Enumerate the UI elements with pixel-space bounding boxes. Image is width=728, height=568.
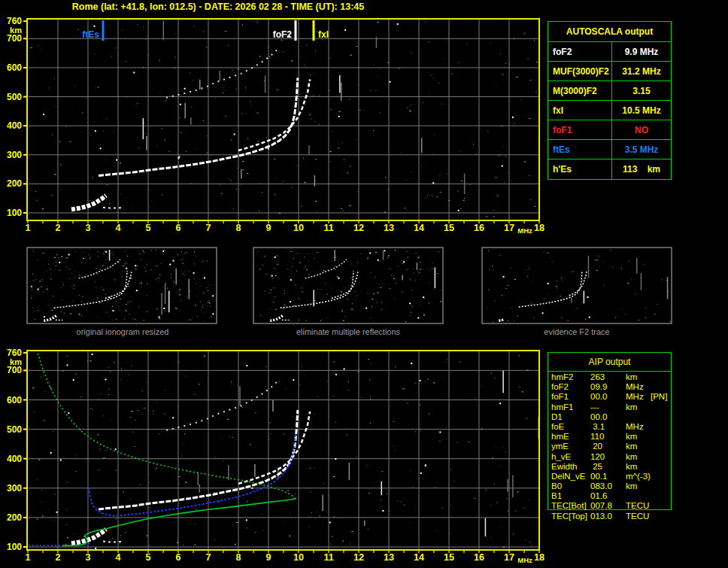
svg-text:4: 4 [116,223,121,233]
svg-text:17: 17 [504,552,514,563]
aip-table-header: AIP output [548,353,671,372]
parameter-value: 09.9 [590,382,607,391]
axis-labels: 100200300400500600700760km12345678910111… [7,348,544,564]
svg-text:18: 18 [534,223,544,233]
aip-row-hmf2: hmF2263km [548,372,672,382]
thumbnail-0 [27,248,217,323]
svg-text:7: 7 [206,552,211,563]
autoscala-row-muf3000f2: MUF(3000)F231.2 MHz [548,62,671,81]
noise-speckle [32,354,539,549]
svg-text:9: 9 [266,552,271,563]
aip-row-d1: D100.0 [548,412,672,422]
parameter-value: 31.2 MHz [611,62,671,80]
parameter-unit: km [626,481,637,491]
parameter-unit: m^(-3) [626,472,651,481]
Es_layer_echo [71,530,106,544]
svg-text:2: 2 [56,552,61,563]
autoscala-table-header: AUTOSCALA output [548,22,671,42]
frequency-markers: ftEsfoF2fxI [82,20,329,41]
Es_tail [103,542,123,542]
svg-text:13: 13 [384,223,394,233]
axis-labels: 100200300400500600700760km12345678910111… [7,16,544,235]
autoscala-output-table: AUTOSCALA output foF29.9 MHzMUF(3000)F23… [548,21,672,180]
svg-text:14: 14 [414,223,424,233]
aip-row-ewidth: Ewidth 25km [548,462,672,472]
parameter-value: 20 [590,442,602,451]
svg-text:500: 500 [7,424,22,435]
svg-text:10: 10 [293,552,304,563]
parameter-label: ymE [551,442,569,451]
parameter-label: h_vE [551,452,571,461]
svg-text:12: 12 [353,552,364,563]
parameter-label: B1 [551,491,562,500]
parameter-value: 113 km [611,159,671,179]
svg-text:600: 600 [7,62,22,73]
parameter-label: D1 [551,412,563,421]
parameter-unit: km [626,462,637,471]
parameter-value: 25 [590,462,602,471]
parameter-value: 007.8 [590,501,612,510]
parameter-label: h'Es [548,159,611,179]
svg-text:ftEs: ftEs [82,29,99,40]
svg-text:km: km [10,26,22,35]
svg-text:400: 400 [7,120,22,131]
svg-text:fxI: fxI [318,29,329,40]
autoscala-row-fof2: foF29.9 MHz [548,42,671,62]
parameter-unit: TECU [626,501,649,510]
plot-border [27,19,539,220]
aip-table-rows: hmF2263kmfoF209.9MHzfoF100.0MHz[PN]hmF1-… [548,372,672,521]
svg-text:4: 4 [116,552,121,563]
parameter-unit: km [626,372,637,381]
top_ionogram-plot: 100200300400500600700760km12345678910111… [7,16,544,235]
svg-text:200: 200 [7,512,22,523]
svg-text:15: 15 [444,223,454,233]
svg-text:16: 16 [474,552,484,563]
parameter-unit: TECU [626,512,649,521]
parameter-label: hmF1 [551,402,573,412]
autoscala-row-ftes: ftEs3.5 MHz [548,140,671,159]
axis-ticks [23,21,539,223]
parameter-label: fxI [548,101,611,120]
F2_extraordinary_trace [238,79,310,150]
svg-text:9: 9 [266,223,271,233]
parameter-unit: MHz [626,392,644,401]
ftEs-marker: ftEs [82,20,103,41]
aip-row-hmf1: hmF1---km [548,402,672,412]
svg-text:10: 10 [293,223,304,233]
aip-row-fof1: foF100.0MHz[PN] [548,392,672,402]
svg-text:MHz: MHz [517,556,532,564]
svg-text:MHz: MHz [517,226,532,235]
svg-text:5: 5 [146,223,151,233]
svg-text:1: 1 [26,223,31,233]
parameter-value: 10.5 MHz [611,101,671,120]
parameter-value: 263 [590,372,605,381]
svg-text:8: 8 [236,223,241,233]
parameter-label: hmF2 [551,372,573,381]
parameter-label: foF2 [548,42,611,61]
aip-row-b1: B101.6 [548,491,672,501]
density_profile_bottomside_green [62,499,296,546]
svg-text:700: 700 [7,365,22,375]
F2_extraordinary_trace [238,412,310,484]
fxI-marker: fxI [314,20,329,41]
parameter-value: --- [590,402,599,412]
thumbnail-caption-original: original ionogram resized [28,327,217,336]
parameter-label: foF1 [548,120,611,139]
parameter-label: foE [551,422,564,431]
autoscala-screen: Rome (lat: +41.8, lon: 012.5) - DATE: 20… [0,0,728,568]
parameter-label: foF2 [551,382,569,391]
parameter-unit: MHz [626,382,644,391]
svg-text:3: 3 [86,552,91,563]
svg-text:600: 600 [7,395,22,405]
autoscala-row-m3000f2: M(3000)F23.15 [548,81,671,101]
parameter-unit: km [626,402,637,412]
parameter-value: 013.0 [590,512,612,521]
echo-traces [71,48,310,210]
aip-row-hve: h_vE120km [548,452,672,462]
svg-text:100: 100 [7,542,22,552]
svg-text:6: 6 [176,552,181,563]
parameter-unit: MHz [626,422,644,431]
parameter-label: TEC[Bot] [551,501,587,510]
svg-text:16: 16 [474,223,484,233]
svg-text:14: 14 [414,552,424,563]
